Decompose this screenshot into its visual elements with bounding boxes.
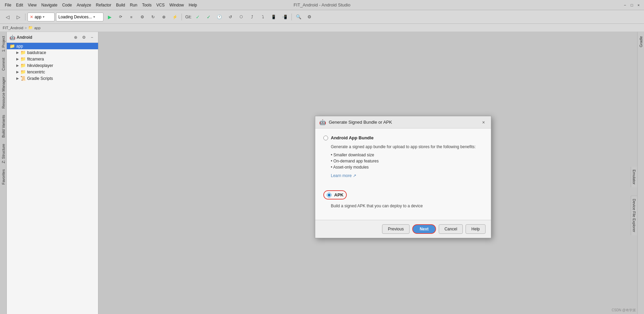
menu-navigate[interactable]: Navigate bbox=[39, 2, 59, 8]
sync-button[interactable]: ⚙ bbox=[137, 12, 147, 22]
breadcrumb-project[interactable]: FIT_Android bbox=[3, 26, 23, 30]
project-panel: 🤖 Android ⊕ ⚙ − 📁 app ▶ 📁 baidutrace ▶ 📁… bbox=[7, 32, 98, 314]
apk-radio-input[interactable] bbox=[327, 193, 332, 197]
dialog-android-icon: 🤖 bbox=[319, 119, 326, 125]
debug-button[interactable]: ⟳ bbox=[116, 12, 125, 22]
back-button[interactable]: ◁ bbox=[3, 12, 12, 22]
bundle-radio-label[interactable]: Android App Bundle bbox=[323, 135, 483, 140]
search-button[interactable]: 🔍 bbox=[294, 12, 303, 22]
sidebar-tab-commit[interactable]: Commit bbox=[0, 55, 6, 73]
dialog-body: Android App Bundle Generate a signed app… bbox=[315, 128, 491, 220]
menu-file[interactable]: File bbox=[3, 2, 13, 8]
menu-analyze[interactable]: Analyze bbox=[75, 2, 93, 8]
previous-button[interactable]: Previous bbox=[382, 224, 410, 234]
analyze-button[interactable]: ⊕ bbox=[159, 12, 169, 22]
breadcrumb: FIT_Android > 📁 app bbox=[0, 24, 644, 32]
menu-vcs[interactable]: VCS bbox=[154, 2, 167, 8]
menu-build[interactable]: Build bbox=[114, 2, 127, 8]
right-tab-gradle[interactable]: Gradle bbox=[638, 33, 644, 50]
tree-item-hikvideoplayer[interactable]: ▶ 📁 hikvideoplayer bbox=[7, 62, 98, 69]
panel-minimize-btn[interactable]: − bbox=[89, 34, 95, 41]
build-button[interactable]: ≡ bbox=[127, 12, 136, 22]
breadcrumb-sep: > bbox=[25, 26, 27, 30]
folder-icon-fitcamera: 📁 bbox=[20, 56, 26, 62]
bundle-description: Generate a signed app bundle for upload … bbox=[323, 144, 483, 150]
menu-edit[interactable]: Edit bbox=[14, 2, 25, 8]
dialog-close-button[interactable]: × bbox=[480, 119, 487, 126]
dialog-title-bar: 🤖 Generate Signed Bundle or APK × bbox=[315, 116, 491, 128]
main-layout: 1: Project Commit Resource Manager Build… bbox=[0, 32, 644, 314]
menu-run[interactable]: Run bbox=[128, 2, 139, 8]
git-pull[interactable]: ⤵ bbox=[258, 12, 268, 22]
git-branch[interactable]: ⬡ bbox=[236, 12, 246, 22]
settings-button[interactable]: ⚙ bbox=[305, 12, 314, 22]
menu-code[interactable]: Code bbox=[60, 2, 74, 8]
tree-item-gradle[interactable]: ▶ 📜 Gradle Scripts bbox=[7, 75, 98, 82]
apk-radio-label[interactable]: APK bbox=[323, 190, 347, 199]
left-side-tabs: 1: Project Commit Resource Manager Build… bbox=[0, 32, 7, 314]
tree-item-fitcamera-label: fitcamera bbox=[27, 57, 44, 62]
minimize-button[interactable]: − bbox=[622, 2, 628, 8]
toolbar-sep-3 bbox=[291, 14, 292, 20]
git-history[interactable]: 🕐 bbox=[215, 12, 224, 22]
apk-description: Build a signed APK that you can deploy t… bbox=[323, 203, 483, 209]
generate-signed-dialog: 🤖 Generate Signed Bundle or APK × Androi… bbox=[315, 116, 491, 238]
window-controls: − □ × bbox=[622, 2, 641, 8]
git-revert[interactable]: ↺ bbox=[226, 12, 235, 22]
menu-refactor[interactable]: Refactor bbox=[94, 2, 113, 8]
tree-item-tencentrtc[interactable]: ▶ 📁 tencentrtc bbox=[7, 69, 98, 75]
bundle-radio-input[interactable] bbox=[323, 136, 328, 140]
next-button[interactable]: Next bbox=[412, 224, 436, 234]
panel-settings-btn[interactable]: ⚙ bbox=[80, 34, 87, 41]
coverage-button[interactable]: ⚡ bbox=[170, 12, 179, 22]
toolbar-sep-1 bbox=[25, 14, 25, 20]
tree-arrow-gradle: ▶ bbox=[16, 76, 19, 80]
bundle-label-text: Android App Bundle bbox=[331, 135, 374, 140]
tree-item-app[interactable]: 📁 app bbox=[7, 43, 98, 49]
git-device[interactable]: 📲 bbox=[280, 12, 289, 22]
apk-label-text: APK bbox=[334, 192, 343, 197]
tree-item-fitcamera[interactable]: ▶ 📁 fitcamera bbox=[7, 56, 98, 62]
bundle-benefit-3: Asset-only modules bbox=[331, 165, 483, 170]
tree-item-app-label: app bbox=[16, 44, 23, 49]
device-file-tab[interactable]: Device File Explorer bbox=[631, 196, 637, 235]
git-phone[interactable]: 📱 bbox=[269, 12, 279, 22]
sidebar-tab-project[interactable]: 1: Project bbox=[0, 33, 6, 54]
run-button[interactable]: ▶ bbox=[105, 12, 114, 22]
tree-arrow-tencentrtc: ▶ bbox=[16, 70, 19, 74]
breadcrumb-module[interactable]: app bbox=[34, 26, 40, 30]
git-checkmark-dark[interactable]: ✓ bbox=[204, 12, 213, 22]
sidebar-tab-structure[interactable]: Z: Structure bbox=[0, 141, 6, 166]
device-selector[interactable]: Loading Devices... ▾ bbox=[56, 13, 103, 21]
close-button[interactable]: × bbox=[636, 2, 641, 8]
app-title: FIT_Android - Android Studio bbox=[293, 2, 351, 7]
emulator-tab[interactable]: Emulator bbox=[631, 167, 637, 187]
breadcrumb-module-icon: 📁 bbox=[28, 25, 33, 30]
profile-button[interactable]: ↻ bbox=[148, 12, 158, 22]
learn-more-link[interactable]: Learn more ↗ bbox=[323, 173, 356, 178]
android-icon: 🤖 bbox=[10, 35, 15, 40]
app-selector[interactable]: ✕ app ▾ bbox=[27, 13, 55, 21]
tree-item-hikvideoplayer-label: hikvideoplayer bbox=[27, 63, 53, 68]
watermark: CSDN @奇学派 bbox=[612, 308, 636, 313]
menu-window[interactable]: Window bbox=[167, 2, 186, 8]
panel-expand-btn[interactable]: ⊕ bbox=[72, 34, 79, 41]
git-push[interactable]: ⤴ bbox=[247, 12, 257, 22]
dialog-footer: Previous Next Cancel Help bbox=[315, 220, 491, 238]
maximize-button[interactable]: □ bbox=[629, 2, 634, 8]
cancel-button[interactable]: Cancel bbox=[439, 224, 463, 234]
sidebar-tab-build[interactable]: Build Variants bbox=[0, 112, 6, 140]
git-checkmark-green[interactable]: ✓ bbox=[193, 12, 203, 22]
folder-icon-tencentrtc: 📁 bbox=[20, 69, 26, 74]
menu-tools[interactable]: Tools bbox=[140, 2, 154, 8]
tree-item-baidutrace[interactable]: ▶ 📁 baidutrace bbox=[7, 49, 98, 56]
menu-view[interactable]: View bbox=[26, 2, 39, 8]
menu-help[interactable]: Help bbox=[187, 2, 199, 8]
sidebar-tab-favorites[interactable]: Favorites bbox=[0, 167, 6, 187]
help-button[interactable]: Help bbox=[466, 224, 486, 234]
tree-item-gradle-label: Gradle Scripts bbox=[27, 76, 53, 81]
sidebar-tab-resource[interactable]: Resource Manager bbox=[0, 74, 6, 111]
tree-item-baidutrace-label: baidutrace bbox=[27, 50, 46, 55]
folder-icon-app: 📁 bbox=[10, 43, 15, 49]
forward-button[interactable]: ▷ bbox=[14, 12, 23, 22]
